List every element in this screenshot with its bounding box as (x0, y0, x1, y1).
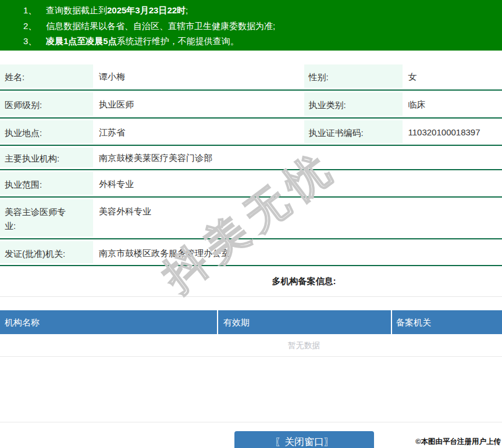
field-label: 执业地点: (0, 119, 93, 145)
field-value: 外科专业 (93, 170, 502, 196)
field-value: 江苏省 (93, 119, 304, 145)
field-main-institution: 主要执业机构: 南京鼓楼美莱医疗美容门诊部 (0, 146, 502, 169)
field-value: 临床 (403, 91, 502, 117)
notice-text: 信息数据结果以各省、自治区、直辖市卫生健康委数据为准; (46, 21, 275, 31)
field-label: 执业类别: (304, 91, 403, 117)
filing-table: 机构名称 有效期 备案机关 暂无数据 (0, 310, 502, 357)
field-label: 姓名: (0, 63, 93, 89)
filing-table-header: 机构名称 有效期 备案机关 (0, 310, 502, 334)
notice-number: 1、 (23, 3, 46, 19)
notice-text: 查询数据截止到 (46, 5, 107, 15)
field-label: 医师级别: (0, 91, 93, 117)
notice-text-bold: 凌晨1点至凌晨5点 (46, 36, 117, 46)
notice-text-bold: 2025年3月23日22时 (107, 5, 186, 15)
notice-text: 系统进行维护，不能提供查询。 (117, 36, 239, 46)
field-practice-category: 执业类别: 临床 (304, 91, 502, 117)
close-window-button[interactable]: 〖关闭窗口〗 (234, 431, 374, 448)
field-issuing-authority: 发证(批准)机关: 南京市鼓楼区政务服务管理办公室 (0, 239, 502, 265)
table-row: 执业地点: 江苏省 执业证书编码: 110320100018397 (0, 119, 502, 146)
field-value: 执业医师 (93, 91, 304, 117)
empty-data-placeholder: 暂无数据 (0, 334, 502, 357)
notice-number: 3、 (23, 34, 46, 49)
field-label: 执业范围: (0, 170, 93, 196)
field-value: 谭小梅 (93, 63, 304, 89)
field-label: 性别: (304, 63, 403, 89)
column-header-validity: 有效期 (218, 310, 392, 334)
table-row: 姓名: 谭小梅 性别: 女 (0, 63, 502, 91)
field-cosmetic-specialty: 美容主诊医师专业: 美容外科专业 (0, 198, 502, 238)
notice-number: 2、 (23, 19, 46, 34)
field-certificate-number: 执业证书编码: 110320100018397 (304, 119, 502, 145)
field-label: 发证(批准)机关: (0, 239, 93, 265)
table-row: 发证(批准)机关: 南京市鼓楼区政务服务管理办公室 (0, 239, 502, 266)
field-value: 女 (403, 63, 502, 89)
column-header-filing-authority: 备案机关 (392, 310, 502, 334)
spacer (0, 357, 502, 422)
notice-line-1: 1、查询数据截止到2025年3月23日22时; (23, 3, 502, 19)
field-name: 姓名: 谭小梅 (0, 63, 304, 89)
field-practice-scope: 执业范围: 外科专业 (0, 170, 502, 196)
column-header-institution: 机构名称 (0, 310, 218, 334)
table-row: 美容主诊医师专业: 美容外科专业 (0, 198, 502, 239)
notice-text: ; (186, 5, 188, 15)
table-row: 执业范围: 外科专业 (0, 170, 502, 198)
field-gender: 性别: 女 (304, 63, 502, 89)
field-value: 南京鼓楼美莱医疗美容门诊部 (93, 146, 502, 169)
field-value: 南京市鼓楼区政务服务管理办公室 (93, 239, 502, 265)
filing-section-title: 多机构备案信息: (0, 266, 502, 297)
field-value: 110320100018397 (403, 119, 502, 145)
table-row: 主要执业机构: 南京鼓楼美莱医疗美容门诊部 (0, 146, 502, 170)
field-label: 执业证书编码: (304, 119, 403, 145)
notice-banner: 1、查询数据截止到2025年3月23日22时; 2、信息数据结果以各省、自治区、… (0, 0, 502, 51)
field-doctor-level: 医师级别: 执业医师 (0, 91, 304, 117)
copyright-notice: ©本图由平台注册用户上传 (415, 437, 501, 447)
doctor-detail-table: 姓名: 谭小梅 性别: 女 医师级别: 执业医师 执业类别: 临床 执业地点: … (0, 63, 502, 266)
page-canvas: 1、查询数据截止到2025年3月23日22时; 2、信息数据结果以各省、自治区、… (0, 0, 502, 448)
notice-line-3: 3、凌晨1点至凌晨5点系统进行维护，不能提供查询。 (23, 34, 502, 49)
field-label: 美容主诊医师专业: (0, 198, 93, 238)
notice-line-2: 2、信息数据结果以各省、自治区、直辖市卫生健康委数据为准; (23, 19, 502, 34)
field-value: 美容外科专业 (93, 198, 502, 238)
divider (0, 422, 502, 422)
table-row: 医师级别: 执业医师 执业类别: 临床 (0, 91, 502, 119)
field-label: 主要执业机构: (0, 146, 93, 169)
field-practice-location: 执业地点: 江苏省 (0, 119, 304, 145)
